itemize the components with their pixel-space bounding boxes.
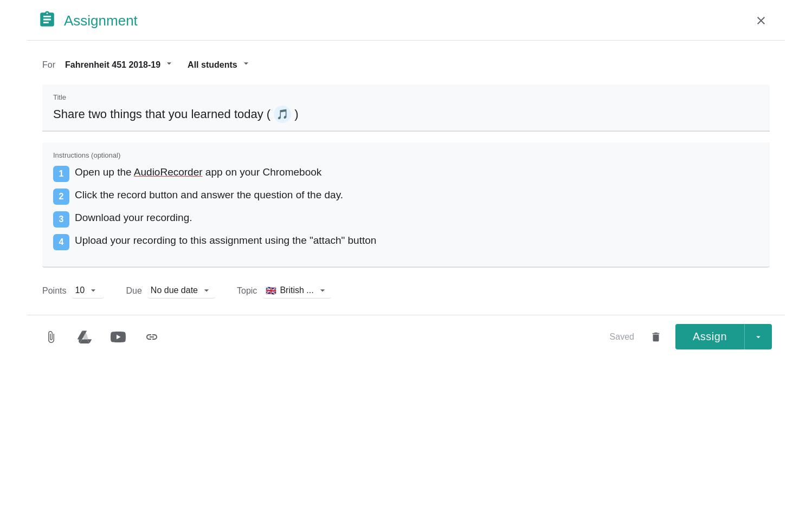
youtube-button[interactable] — [107, 326, 129, 348]
instructions-label: Instructions (optional) — [53, 151, 759, 159]
title-text-suffix: ) — [294, 107, 298, 121]
title-text-prefix: Share two things that you learned today … — [53, 107, 270, 121]
saved-status: Saved — [610, 332, 634, 342]
step-badge-2: 2 — [53, 189, 69, 205]
dialog-title: Assignment — [64, 12, 138, 29]
meta-row: Points 10 Due No due date Topic 🇬🇧 Briti… — [27, 268, 785, 309]
due-value: No due date — [151, 286, 198, 295]
instruction-item-3: 3 Download your recording. — [53, 210, 759, 228]
class-name: Fahrenheit 451 2018-19 — [65, 60, 160, 70]
close-button[interactable] — [750, 10, 772, 31]
attach-icons — [40, 326, 163, 348]
class-dropdown[interactable]: Fahrenheit 451 2018-19 — [62, 56, 178, 74]
music-icon: 🎵 — [274, 106, 291, 123]
points-item: Points 10 — [42, 283, 104, 299]
assignment-dialog: Assignment For Fahrenheit 451 2018-19 Al… — [27, 0, 785, 358]
instruction-item-1: 1 Open up the AudioRecorder app on your … — [53, 165, 759, 182]
instruction-text-3: Download your recording. — [75, 210, 192, 226]
instructions-section: Instructions (optional) 1 Open up the Au… — [42, 142, 770, 268]
for-label: For — [42, 60, 55, 70]
students-dropdown-arrow — [241, 58, 252, 72]
title-section: Title Share two things that you learned … — [42, 85, 770, 132]
assign-dropdown-button[interactable] — [744, 324, 772, 349]
due-item: Due No due date — [126, 283, 215, 299]
link-button[interactable] — [141, 326, 163, 348]
title-label: Title — [53, 93, 759, 101]
students-value: All students — [188, 60, 237, 70]
step-badge-1: 1 — [53, 166, 69, 182]
assign-button[interactable]: Assign — [675, 324, 744, 349]
points-label: Points — [42, 286, 66, 296]
attach-file-button[interactable] — [40, 326, 62, 348]
title-value: Share two things that you learned today … — [53, 106, 759, 123]
points-value: 10 — [75, 286, 85, 295]
points-dropdown[interactable]: 10 — [72, 283, 104, 299]
topic-item: Topic 🇬🇧 British ... — [237, 283, 331, 299]
for-row: For Fahrenheit 451 2018-19 All students — [27, 41, 785, 85]
class-dropdown-arrow — [164, 58, 175, 72]
delete-button[interactable] — [645, 326, 667, 348]
instruction-item-4: 4 Upload your recording to this assignme… — [53, 233, 759, 250]
assignment-icon — [38, 10, 56, 31]
instruction-text-1: Open up the AudioRecorder app on your Ch… — [75, 165, 321, 180]
topic-label: Topic — [237, 286, 257, 296]
instruction-text-4: Upload your recording to this assignment… — [75, 233, 376, 249]
due-dropdown[interactable]: No due date — [147, 283, 215, 299]
topic-value: British ... — [280, 286, 313, 295]
students-dropdown[interactable]: All students — [184, 56, 255, 74]
bottom-toolbar: Saved Assign — [27, 315, 785, 358]
due-label: Due — [126, 286, 141, 296]
header-left: Assignment — [38, 10, 138, 31]
step-badge-3: 3 — [53, 211, 69, 228]
step-badge-4: 4 — [53, 234, 69, 250]
topic-dropdown[interactable]: 🇬🇧 British ... — [262, 283, 331, 299]
topic-flag: 🇬🇧 — [266, 286, 276, 296]
assign-button-group: Assign — [675, 324, 772, 349]
instruction-text-2: Click the record button and answer the q… — [75, 187, 343, 203]
dialog-header: Assignment — [27, 0, 785, 41]
instruction-item-2: 2 Click the record button and answer the… — [53, 187, 759, 205]
instruction-list: 1 Open up the AudioRecorder app on your … — [53, 165, 759, 250]
audio-recorder-link: AudioRecorder — [134, 166, 203, 178]
google-drive-button[interactable] — [74, 326, 95, 348]
